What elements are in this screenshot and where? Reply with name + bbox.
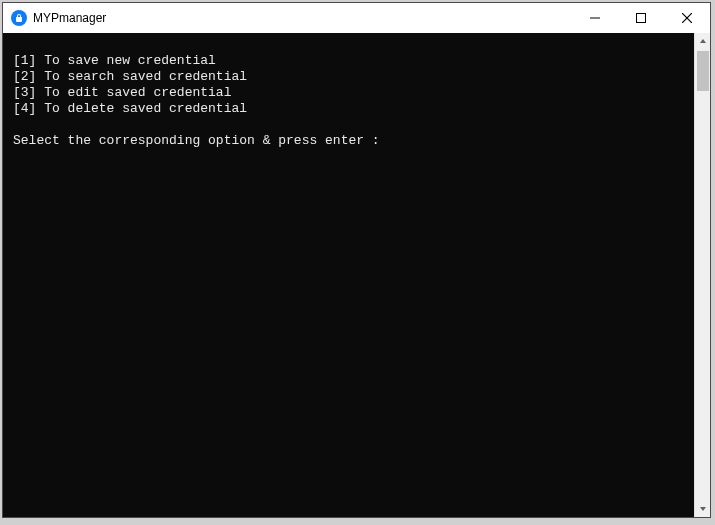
menu-option-1: [1] To save new credential	[13, 53, 684, 69]
titlebar[interactable]: MYPmanager	[3, 3, 710, 33]
svg-marker-4	[700, 39, 706, 43]
minimize-button[interactable]	[572, 3, 618, 33]
scroll-up-button[interactable]	[695, 33, 710, 49]
menu-option-4: [4] To delete saved credential	[13, 101, 684, 117]
vertical-scrollbar[interactable]	[694, 33, 710, 517]
scroll-thumb[interactable]	[697, 51, 709, 91]
terminal-output[interactable]: [1] To save new credential[2] To search …	[3, 33, 694, 517]
app-window: MYPmanager [1] To save new credential[2]…	[2, 2, 711, 518]
prompt-text: Select the corresponding option & press …	[13, 133, 684, 149]
menu-option-2: [2] To search saved credential	[13, 69, 684, 85]
scroll-down-button[interactable]	[695, 501, 710, 517]
close-button[interactable]	[664, 3, 710, 33]
svg-marker-5	[700, 507, 706, 511]
menu-option-3: [3] To edit saved credential	[13, 85, 684, 101]
window-controls	[572, 3, 710, 33]
lock-icon	[11, 10, 27, 26]
maximize-button[interactable]	[618, 3, 664, 33]
svg-rect-1	[637, 14, 646, 23]
window-title: MYPmanager	[33, 11, 106, 25]
client-area: [1] To save new credential[2] To search …	[3, 33, 710, 517]
